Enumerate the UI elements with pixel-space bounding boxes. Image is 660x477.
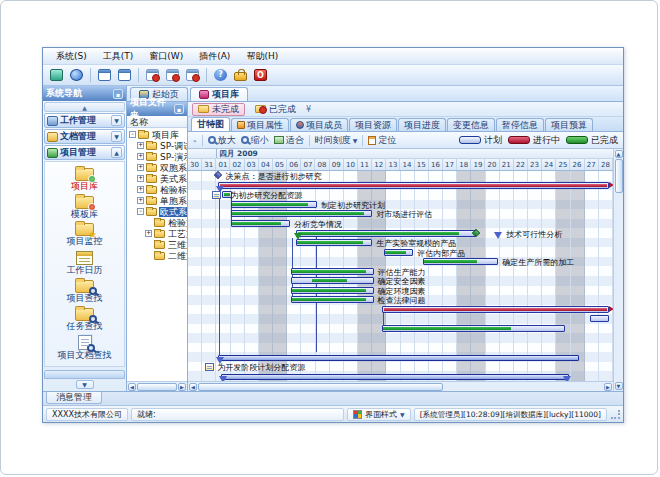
exit-button[interactable]: O — [252, 67, 269, 84]
tree-node-三维文件[interactable]: 三维文件 — [127, 239, 187, 250]
gantt-tab-变更信息[interactable]: 变更信息 — [447, 118, 495, 131]
task-bar[interactable] — [231, 201, 317, 208]
tree-node-美式系列[interactable]: +美式系列 — [127, 173, 187, 184]
toolbar-overflow-icon[interactable]: » — [193, 137, 197, 144]
expand-icon[interactable]: + — [137, 175, 144, 182]
sidebar-item-任务查找[interactable]: 任务查找 — [67, 308, 103, 331]
collapse-icon[interactable]: - — [129, 131, 136, 138]
gantt-tab-项目成员[interactable]: 项目成员 — [290, 118, 348, 131]
scroll-right-icon[interactable]: ▶ — [604, 383, 612, 391]
calendar-new-button[interactable] — [144, 67, 161, 84]
scroll-right-icon[interactable]: ▶ — [178, 383, 186, 391]
summary-bar-inprogress[interactable] — [218, 182, 609, 189]
doc-tab-项目库[interactable]: 项目库 — [190, 87, 248, 101]
tree-node-单胞系列[interactable]: +单胞系列 — [127, 195, 187, 206]
task-bar[interactable] — [291, 296, 373, 303]
window-button[interactable] — [96, 67, 113, 84]
expand-icon[interactable]: + — [137, 164, 144, 171]
task-bar[interactable] — [296, 239, 373, 246]
gantt-tab-项目属性[interactable]: 项目属性 — [231, 118, 289, 131]
pin-icon[interactable]: ▪ — [113, 89, 123, 99]
tree-horizontal-scrollbar[interactable]: ◀ ▶ — [127, 381, 187, 391]
tree-node-SP-调试机系[interactable]: +SP-调试机系 — [127, 140, 187, 151]
tree-node-项目库[interactable]: -项目库 — [127, 129, 187, 140]
globe-button[interactable] — [68, 67, 85, 84]
sidebar-item-项目查找[interactable]: 项目查找 — [67, 280, 103, 303]
task-bar[interactable] — [291, 287, 373, 294]
task-bar[interactable] — [382, 325, 565, 332]
tree-node-检验标准[interactable]: +检验标准 — [127, 184, 187, 195]
tree-node-双胞系列[interactable]: +双胞系列 — [127, 162, 187, 173]
sidebar-item-模板库[interactable]: 模板库 — [71, 196, 98, 219]
scroll-left-icon[interactable]: ◀ — [189, 383, 197, 391]
sidebar-item-项目库[interactable]: 项目库 — [71, 168, 98, 191]
task-bar[interactable] — [231, 220, 291, 227]
menu-item[interactable]: 工具(T) — [96, 49, 141, 64]
gantt-tab-甘特图[interactable]: 甘特图 — [191, 117, 230, 131]
monitor-button[interactable] — [48, 67, 65, 84]
sidebar-collapsed-group[interactable] — [44, 370, 125, 379]
summary-bar-plan[interactable] — [221, 374, 570, 380]
sidebar-group-3[interactable]: 项目管理▲ — [44, 145, 125, 160]
tree-node-二维文件[interactable]: 二维文件 — [127, 250, 187, 261]
sidebar-item-工作日历[interactable]: 工作日历 — [67, 251, 103, 275]
menu-item[interactable]: 帮助(H) — [239, 49, 285, 64]
sidebar-item-项目监控[interactable]: ★项目监控 — [67, 223, 103, 246]
scroll-up-icon[interactable]: ▲ — [615, 150, 623, 158]
timescale-dropdown[interactable]: 时间刻度▼ — [315, 134, 358, 147]
expand-icon[interactable]: + — [145, 230, 152, 237]
task-bar[interactable] — [423, 258, 498, 265]
task-bar[interactable] — [291, 277, 373, 284]
scroll-left-icon[interactable]: ◀ — [128, 383, 136, 391]
filter-未完成[interactable]: 未完成 — [192, 103, 245, 116]
chevron-up-icon[interactable]: ▲ — [111, 147, 122, 158]
sidebar-item-项目文档查找[interactable]: 项目文档查找 — [58, 335, 112, 360]
note-icon[interactable] — [205, 363, 214, 371]
task-bar[interactable] — [590, 315, 608, 322]
sidebar-group-2[interactable]: 文档管理▼ — [44, 129, 125, 144]
fit-button[interactable]: 适合 — [274, 134, 304, 147]
layout-button[interactable] — [116, 67, 133, 84]
expand-icon[interactable]: + — [137, 186, 144, 193]
resize-grip[interactable] — [611, 410, 620, 419]
gantt-tab-项目预算[interactable]: 项目预算 — [545, 118, 593, 131]
help-button[interactable]: ? — [212, 67, 229, 84]
summary-bar-complete[interactable] — [296, 230, 476, 237]
collapse-icon[interactable]: - — [137, 208, 144, 215]
lock-button[interactable] — [232, 67, 249, 84]
gantt-horizontal-scrollbar[interactable]: ◀ ▶ — [188, 381, 613, 391]
gantt-tab-项目资源[interactable]: 项目资源 — [349, 118, 397, 131]
gantt-vertical-scrollbar[interactable]: ▲ ▼ — [613, 149, 623, 391]
chevron-down-icon[interactable]: ▼ — [111, 131, 122, 142]
sidebar-group-1[interactable]: 工作管理▼ — [44, 113, 125, 128]
tree-panel-header[interactable]: 项目文件夹 ▪ — [127, 102, 187, 116]
tree-node-欧式系列[interactable]: -欧式系列 — [127, 206, 187, 217]
summary-bar-plan[interactable] — [218, 355, 579, 361]
zoom-out-button[interactable]: 缩小 — [241, 134, 269, 147]
expand-icon[interactable]: + — [137, 197, 144, 204]
chevron-down-icon[interactable]: ▼ — [111, 115, 122, 126]
tree-node-检验文件[interactable]: 检验文件 — [127, 217, 187, 228]
scroll-thumb[interactable] — [137, 383, 177, 391]
scroll-thumb[interactable] — [198, 383, 443, 391]
zoom-in-button[interactable]: 放大 — [208, 134, 236, 147]
calendar-edit-button[interactable] — [164, 67, 181, 84]
sidebar-header[interactable]: 系统导航 ▪ — [43, 86, 126, 101]
filter-已完成[interactable]: 已完成 — [250, 103, 301, 116]
gantt-tab-暂停信息[interactable]: 暂停信息 — [496, 118, 544, 131]
scroll-thumb[interactable] — [615, 159, 623, 193]
expand-icon[interactable]: + — [137, 142, 144, 149]
summary-bar-inprogress[interactable] — [382, 306, 609, 313]
chevron-down-icon[interactable]: ▼ — [76, 380, 94, 389]
tree-node-SP-演示机系[interactable]: +SP-演示机系 — [127, 151, 187, 162]
menu-item[interactable]: 系统(S) — [49, 49, 94, 64]
gantt-chart-body[interactable]: 决策点：是否进行初步研究为初步研究分配资源制定初步研究计划对市场进行评估分析竞争… — [188, 171, 613, 381]
menu-item[interactable]: 插件(A) — [192, 49, 237, 64]
task-bar[interactable] — [231, 210, 373, 217]
pin-icon[interactable]: ▪ — [174, 104, 184, 114]
filter-more[interactable]: ¥ — [306, 105, 311, 114]
gantt-tab-项目进度[interactable]: 项目进度 — [398, 118, 446, 131]
tree-node-工艺文件[interactable]: +工艺文件 — [127, 228, 187, 239]
note-icon[interactable] — [212, 191, 221, 199]
task-bar[interactable] — [384, 249, 414, 256]
